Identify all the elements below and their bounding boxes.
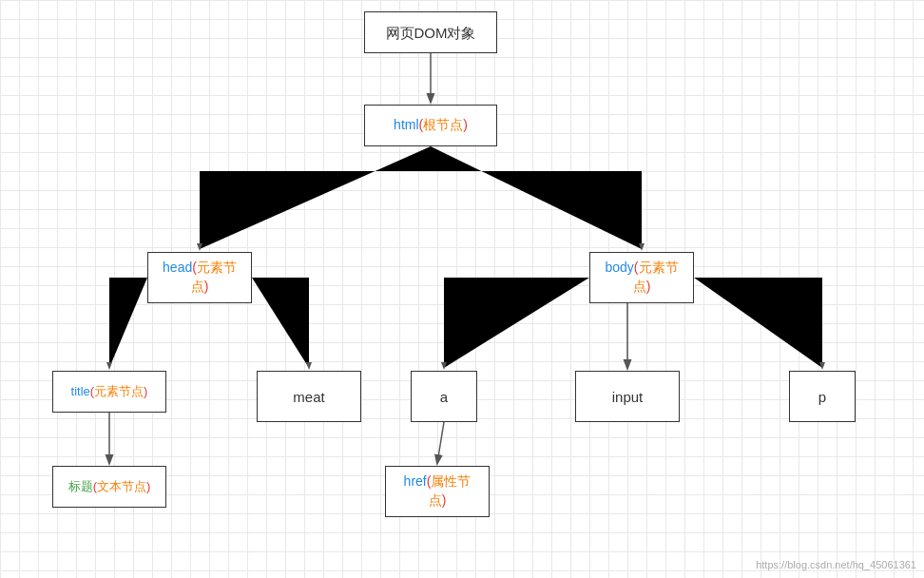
- node-head-paren2: ): [204, 279, 209, 294]
- node-html: html(根节点): [364, 105, 497, 146]
- node-href-paren2: ): [442, 492, 447, 508]
- node-input: input: [575, 371, 680, 422]
- node-root-label: 网页DOM对象: [386, 23, 476, 43]
- node-head: head(元素节点): [147, 252, 252, 303]
- node-body-label: body(元素节点): [605, 259, 678, 296]
- node-title-orange: 元素节点: [94, 384, 144, 398]
- node-title: title(元素节点): [52, 371, 166, 413]
- node-body-blue: body: [605, 260, 633, 275]
- node-input-label: input: [612, 387, 644, 407]
- node-body-paren2: ): [646, 279, 651, 294]
- node-html-label: html(根节点): [394, 116, 468, 135]
- node-body: body(元素节点): [589, 252, 694, 303]
- node-title-blue: title: [71, 384, 90, 398]
- node-p: p: [789, 371, 856, 422]
- node-biaoti-green: 标题: [68, 479, 93, 493]
- node-href: href(属性节点): [385, 466, 490, 517]
- watermark: https://blog.csdn.net/hq_45061361: [756, 559, 916, 570]
- node-biaoti-paren2: ): [146, 479, 150, 493]
- node-meat: meat: [257, 371, 361, 422]
- node-root: 网页DOM对象: [364, 11, 497, 53]
- node-body-orange: 元素节点: [633, 260, 679, 294]
- node-p-label: p: [818, 387, 826, 407]
- node-href-label: href(属性节点): [404, 472, 472, 510]
- node-href-orange: 属性节点: [429, 473, 472, 508]
- diagram-container: 网页DOM对象 html(根节点) head(元素节点) body(元素节点) …: [0, 0, 924, 578]
- node-a-label: a: [440, 387, 448, 407]
- node-head-orange: 元素节点: [191, 260, 237, 294]
- node-biaoti-orange: 文本节点: [97, 479, 146, 493]
- node-a: a: [411, 371, 477, 422]
- node-head-label: head(元素节点): [163, 259, 237, 296]
- node-title-paren2: ): [144, 384, 147, 398]
- node-title-label: title(元素节点): [71, 383, 148, 400]
- node-biaoti-label: 标题(文本节点): [68, 478, 151, 495]
- node-html-text-blue: html: [394, 117, 418, 132]
- node-meat-label: meat: [293, 387, 324, 407]
- node-href-blue: href: [404, 473, 427, 489]
- node-biaoti: 标题(文本节点): [52, 466, 166, 508]
- node-html-text-red2: ): [463, 117, 468, 132]
- node-html-text-orange: 根节点: [423, 117, 463, 132]
- node-head-blue: head: [163, 260, 192, 275]
